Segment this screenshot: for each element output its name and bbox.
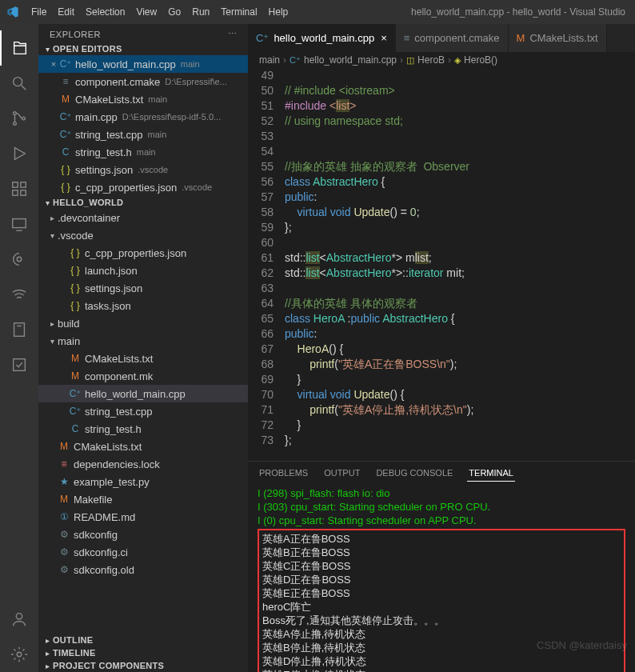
breadcrumb-item[interactable]: hello_world_main.cpp xyxy=(304,54,397,66)
terminal-line: I (0) cpu_start: Starting scheduler on A… xyxy=(258,514,625,527)
panel-tab-debug-console[interactable]: DEBUG CONSOLE xyxy=(374,465,454,482)
editor-tab[interactable]: ≡component.cmake xyxy=(396,24,509,52)
wifi-icon[interactable] xyxy=(0,277,38,312)
run-debug-icon[interactable] xyxy=(0,136,38,171)
explorer-icon[interactable] xyxy=(0,30,38,66)
menu-go[interactable]: Go xyxy=(162,6,186,18)
editor-tab[interactable]: MCMakeLists.txt xyxy=(509,24,607,52)
panel-tab-output[interactable]: OUTPUT xyxy=(322,465,361,482)
terminal-line: 英雄A正在鲁BOSS xyxy=(262,532,621,546)
editor-tab[interactable]: C⁺hello_world_main.cpp× xyxy=(248,24,396,52)
breadcrumb-item[interactable]: main xyxy=(259,54,280,66)
svg-rect-10 xyxy=(14,323,25,337)
open-editor-item[interactable]: { } settings.json .vscode xyxy=(38,161,248,178)
file-item[interactable]: ⚙sdkconfig.ci xyxy=(38,543,248,561)
folder-item[interactable]: ▾main xyxy=(38,332,248,350)
json-icon: { } xyxy=(69,299,82,312)
file-item[interactable]: MCMakeLists.txt xyxy=(38,438,248,455)
cpp-icon: C⁺ xyxy=(59,58,72,70)
file-item[interactable]: { }launch.json xyxy=(38,262,248,279)
file-item[interactable]: ⚙sdkconfig.old xyxy=(38,561,248,578)
panel-tab-problems[interactable]: PROBLEMS xyxy=(258,465,310,482)
open-editor-item[interactable]: C⁺ string_test.cpp main xyxy=(38,126,248,143)
file-path: D:\Espressif\esp-idf-5.0... xyxy=(122,112,222,122)
account-icon[interactable] xyxy=(0,602,38,637)
tab-label: hello_world_main.cpp xyxy=(274,32,374,44)
menu-terminal[interactable]: Terminal xyxy=(215,6,262,18)
menu-view[interactable]: View xyxy=(130,6,162,18)
file-item[interactable]: MCMakeLists.txt xyxy=(38,350,248,367)
menu-file[interactable]: File xyxy=(26,6,52,18)
open-editor-item[interactable]: ≡ component.cmake D:\Espressif\e... xyxy=(38,73,248,90)
line-gutter: 4950515253545556575859606162636465666768… xyxy=(248,68,285,461)
breadcrumb-item[interactable]: HeroB() xyxy=(464,54,497,66)
breadcrumbs[interactable]: main ›C⁺hello_world_main.cpp ›◫HeroB ›◈H… xyxy=(248,52,635,68)
menu-selection[interactable]: Selection xyxy=(80,6,130,18)
open-editor-item[interactable]: × C⁺ hello_world_main.cpp main xyxy=(38,55,248,73)
open-editors-header[interactable]: ▾OPEN EDITORS xyxy=(38,42,248,55)
file-path: main xyxy=(148,94,167,104)
extensions-icon[interactable] xyxy=(0,171,38,206)
file-item[interactable]: Cstring_test.h xyxy=(38,420,248,438)
file-path: main xyxy=(148,130,167,139)
terminal-output[interactable]: I (298) spi_flash: flash io: dioI (303) … xyxy=(248,482,635,672)
file-item[interactable]: C⁺hello_world_main.cpp xyxy=(38,385,248,402)
file-name: hello_world_main.cpp xyxy=(75,58,176,70)
bottom-panel: PROBLEMSOUTPUTDEBUG CONSOLETERMINAL I (2… xyxy=(248,461,635,672)
checklist-icon[interactable] xyxy=(0,347,38,382)
file-item[interactable]: { }tasks.json xyxy=(38,297,248,314)
file-item[interactable]: C⁺string_test.cpp xyxy=(38,402,248,420)
folder-item[interactable]: ▾.vscode xyxy=(38,226,248,244)
breadcrumb-item[interactable]: HeroB xyxy=(417,54,445,66)
settings-icon[interactable] xyxy=(0,637,38,672)
svg-point-3 xyxy=(22,117,26,120)
more-icon[interactable]: ⋯ xyxy=(228,29,238,39)
file-item[interactable]: ≡dependencies.lock xyxy=(38,455,248,473)
panel-tab-terminal[interactable]: TERMINAL xyxy=(467,465,515,482)
file-item[interactable]: ⚙sdkconfig xyxy=(38,526,248,543)
close-icon[interactable]: × xyxy=(381,32,387,44)
folder-item[interactable]: ▸.devcontainer xyxy=(38,209,248,226)
open-editor-item[interactable]: C string_test.h main xyxy=(38,143,248,161)
terminal-line: 英雄E停止撸,待机状态 xyxy=(262,668,621,672)
timeline-header[interactable]: ▸TIMELINE xyxy=(38,646,248,659)
code-editor[interactable]: 4950515253545556575859606162636465666768… xyxy=(248,68,635,461)
editor-area: C⁺hello_world_main.cpp×≡component.cmakeM… xyxy=(248,24,635,672)
file-item[interactable]: ★example_test.py xyxy=(38,473,248,490)
menu-run[interactable]: Run xyxy=(186,6,215,18)
outline-header[interactable]: ▸OUTLINE xyxy=(38,634,248,646)
file-path: D:\Espressif\e... xyxy=(165,77,227,86)
editor-tabs: C⁺hello_world_main.cpp×≡component.cmakeM… xyxy=(248,24,635,52)
search-icon[interactable] xyxy=(0,66,38,101)
m-icon: M xyxy=(58,440,70,453)
cmake-icon: ≡ xyxy=(59,75,72,88)
terminal-line: 英雄A停止撸,待机状态 xyxy=(262,627,621,641)
menu-help[interactable]: Help xyxy=(263,6,294,18)
folder-item[interactable]: ▸build xyxy=(38,314,248,332)
terminal-line: 英雄B停止撸,待机状态 xyxy=(262,641,621,654)
highlighted-output: 英雄A正在鲁BOSS英雄B正在鲁BOSS英雄C正在鲁BOSS英雄D正在鲁BOSS… xyxy=(258,529,625,672)
close-icon[interactable]: × xyxy=(48,59,59,69)
terminal-line: 英雄E正在鲁BOSS xyxy=(262,586,621,600)
file-path: main xyxy=(137,147,156,157)
file-item[interactable]: { }c_cpp_properties.json xyxy=(38,244,248,262)
folder-header[interactable]: ▾HELLO_WORLD xyxy=(38,196,248,209)
open-editor-item[interactable]: C⁺ main.cpp D:\Espressif\esp-idf-5.0... xyxy=(38,108,248,126)
m-icon: M xyxy=(69,352,82,365)
svg-rect-11 xyxy=(14,359,26,371)
menu-edit[interactable]: Edit xyxy=(52,6,80,18)
open-editor-item[interactable]: { } c_cpp_properties.json .vscode xyxy=(38,178,248,196)
remote-icon[interactable] xyxy=(0,206,38,242)
file-item[interactable]: Mcomponent.mk xyxy=(38,367,248,385)
json-icon: { } xyxy=(59,181,72,194)
esp-icon[interactable] xyxy=(0,242,38,277)
file-item[interactable]: { }settings.json xyxy=(38,279,248,297)
open-editor-item[interactable]: M CMakeLists.txt main xyxy=(38,90,248,108)
source-control-icon[interactable] xyxy=(0,101,38,136)
file-item[interactable]: MMakefile xyxy=(38,490,248,508)
file-item[interactable]: ①README.md xyxy=(38,508,248,526)
project-components-header[interactable]: ▸PROJECT COMPONENTS xyxy=(38,659,248,672)
device-icon[interactable] xyxy=(0,312,38,347)
file-path: .vscode xyxy=(138,165,168,174)
file-name: string_test.cpp xyxy=(75,129,143,141)
